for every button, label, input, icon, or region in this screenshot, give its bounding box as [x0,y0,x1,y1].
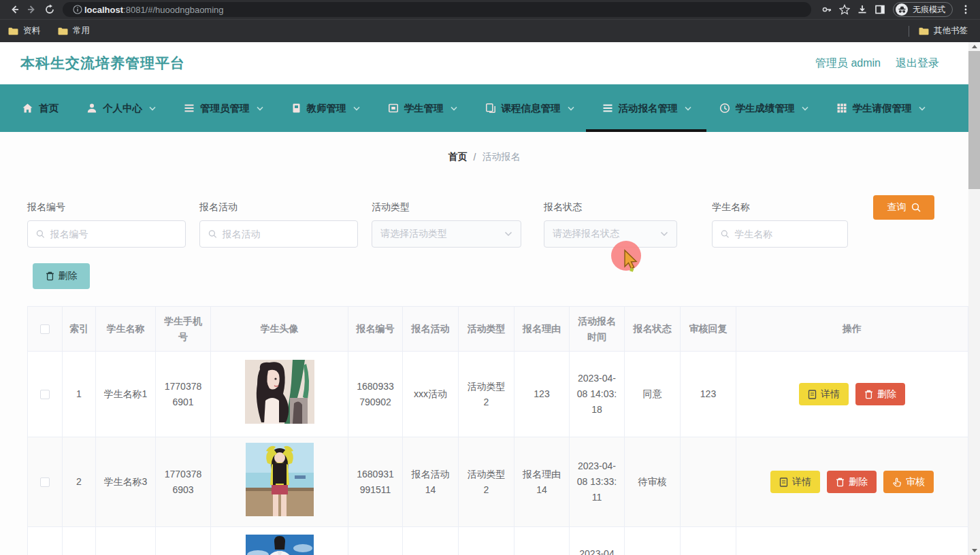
cell-student-name: 学生名称1 [96,352,156,437]
select-placeholder: 请选择活动类型 [380,228,447,240]
chevron-down-icon [353,106,360,111]
bookmarks-divider [909,26,909,37]
nav-item-course-info-management[interactable]: 课程信息管理 [485,84,574,132]
notebook-icon [291,103,301,114]
side-panel-icon[interactable] [871,2,889,17]
student-name-input[interactable] [734,229,839,239]
cell-student-name [96,527,156,555]
nav-item-student-management[interactable]: 学生管理 [388,84,457,132]
pointing-hand-icon [892,477,902,487]
review-button[interactable]: 审核 [883,471,934,493]
forward-icon[interactable] [23,2,41,17]
nav-item-teacher-management[interactable]: 教师管理 [291,84,360,132]
filter-label-status: 报名状态 [544,201,582,214]
bookmark-folder-1[interactable]: 资料 [8,25,40,37]
document-icon [808,390,817,399]
browser-menu-icon[interactable] [957,2,975,17]
detail-button-label: 详情 [821,388,840,401]
cell-reply [681,437,736,527]
activity-type-select[interactable]: 请选择活动类型 [372,220,521,248]
main-nav: 首页 个人中心 管理员管理 教师管理 学生管理 课程信息管理 [0,84,980,132]
cell-reason [514,527,570,555]
search-button[interactable]: 查询 [873,195,934,220]
incognito-label: 无痕模式 [913,4,945,16]
download-icon[interactable] [853,2,871,17]
nav-item-activity-registration-management[interactable]: 活动报名管理 [602,84,691,132]
other-bookmarks[interactable]: 其他书签 [919,25,968,37]
col-header-reg-no: 报名编号 [348,307,403,352]
student-avatar-image [246,443,314,516]
cell-reg-no [348,527,403,555]
scrollbar-up-arrow[interactable] [968,42,980,51]
detail-button[interactable]: 详情 [770,471,820,493]
activity-input-wrap [199,220,358,248]
admin-user-label[interactable]: 管理员 admin [815,56,881,71]
row-checkbox[interactable] [40,390,50,399]
nav-item-student-grades-management[interactable]: 学生成绩管理 [719,84,808,132]
cell-activity: xxx活动 [403,352,459,437]
nav-item-personal-center[interactable]: 个人中心 [86,84,156,132]
cell-student-name: 学生名称3 [96,437,156,527]
student-avatar-image [246,535,314,555]
search-icon [911,203,921,212]
chevron-down-icon [660,231,668,237]
password-key-icon[interactable] [818,2,836,17]
chevron-down-icon [149,106,156,111]
cell-phone [156,527,211,555]
logout-link[interactable]: 退出登录 [896,56,939,71]
page-scrollbar[interactable] [968,42,980,555]
col-header-phone: 学生手机号 [156,307,211,352]
app-header: 本科生交流培养管理平台 管理员 admin 退出登录 [0,42,980,84]
filter-label-activity: 报名活动 [199,201,238,214]
cell-reply: 123 [681,352,736,437]
table-row: 1 学生名称1 17703786901 [28,352,968,437]
scrollbar-thumb[interactable] [968,51,980,189]
row-checkbox[interactable] [40,477,50,487]
delete-button-label: 删除 [877,388,896,401]
app-title: 本科生交流培养管理平台 [20,54,185,73]
nav-label: 个人中心 [103,102,142,115]
nav-label: 课程信息管理 [502,102,561,115]
cell-time: 2023-04-08 14:03:18 [570,352,625,437]
trash-icon [46,271,54,281]
cell-phone: 17703786903 [156,437,211,527]
scrollbar-down-arrow[interactable] [968,546,980,555]
folder-icon [58,27,68,35]
col-header-operations: 操作 [736,307,968,352]
reg-no-input[interactable] [50,229,177,239]
back-icon[interactable] [5,2,23,17]
breadcrumb: 首页 / 活动报名 [0,151,968,163]
search-icon [721,229,729,239]
bookmark-folder-2[interactable]: 常用 [58,25,90,37]
data-table: 索引 学生名称 学生手机号 学生头像 报名编号 报名活动 活动类型 报名理由 活… [27,306,968,555]
select-all-checkbox[interactable] [40,324,50,334]
page-info-icon[interactable] [71,2,84,17]
filter-label-activity-type: 活动类型 [372,201,410,214]
bookmark-label: 常用 [73,25,90,37]
delete-button[interactable]: 删除 [827,471,877,493]
cell-status: 待审核 [625,437,681,527]
bulk-delete-button[interactable]: 删除 [33,263,90,289]
refresh-icon[interactable] [41,2,59,17]
nav-item-admin-management[interactable]: 管理员管理 [184,84,263,132]
nav-item-student-leave-management[interactable]: 学生请假管理 [836,84,926,132]
col-header-activity-type: 活动类型 [459,307,514,352]
search-icon [36,229,45,239]
nav-item-home[interactable]: 首页 [22,84,59,132]
bookmark-star-icon[interactable] [836,2,853,17]
copy-icon [485,103,496,114]
folder-icon [8,27,18,35]
chevron-down-icon [919,106,926,111]
status-select[interactable]: 请选择报名状态 [544,220,677,248]
nav-label: 首页 [39,102,59,115]
url-bar[interactable]: localhost:8081/#/huoodngbaoming [63,2,811,17]
cell-activity-type [459,527,514,555]
delete-button[interactable]: 删除 [855,383,905,405]
cell-activity-type: 活动类型2 [459,437,514,527]
col-header-status: 报名状态 [625,307,681,352]
detail-button[interactable]: 详情 [799,383,849,405]
breadcrumb-home[interactable]: 首页 [448,151,468,163]
nav-label: 教师管理 [307,102,346,115]
review-button-label: 审核 [906,476,925,488]
activity-input[interactable] [223,229,349,239]
